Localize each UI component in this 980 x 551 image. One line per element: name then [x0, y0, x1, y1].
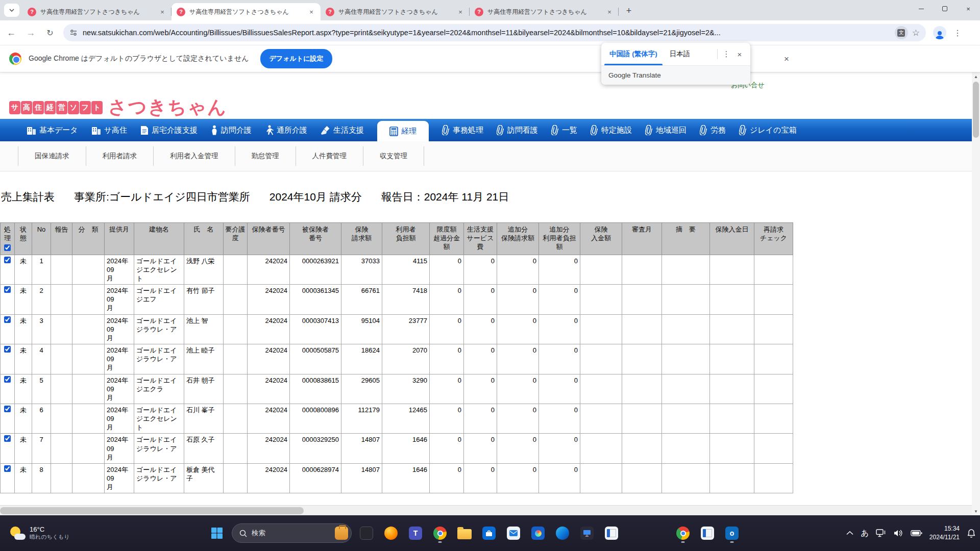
volume-icon[interactable]	[893, 529, 903, 537]
taskbar-app-dark-app-icon[interactable]	[356, 522, 377, 544]
translate-close-icon[interactable]: ×	[733, 47, 746, 61]
cell-add_claim: 0	[497, 255, 539, 284]
restore-icon	[942, 6, 947, 11]
set-default-button[interactable]: デフォルトに設定	[260, 49, 333, 68]
subnav-item-riyosha-seikyu[interactable]: 利用者請求	[86, 146, 154, 166]
row-checkbox[interactable]	[4, 316, 11, 323]
taskbar-search[interactable]: 検索	[232, 523, 352, 543]
nav-item-homon-kaigo[interactable]: 訪問介護	[211, 119, 252, 141]
nav-item-label: ジレイの宝箱	[750, 126, 796, 135]
select-all-checkbox[interactable]	[4, 244, 11, 251]
subnav-item-shushi-kanri[interactable]: 収支管理	[363, 146, 424, 166]
nav-item-keiri[interactable]: 経理	[377, 121, 429, 141]
paperclip-icon	[739, 125, 747, 135]
browser-tab[interactable]: ?サ高住専用経営ソフトさつきちゃん×	[22, 3, 172, 20]
taskbar-app-mail-icon[interactable]	[503, 522, 524, 544]
browser-tab[interactable]: ?サ高住専用経営ソフトさつきちゃん×	[321, 3, 470, 20]
weather-widget[interactable]: 16°C 晴れのちくもり	[4, 515, 75, 551]
notification-bell-icon[interactable]	[967, 529, 976, 538]
nav-item-chiiki-junkai[interactable]: 地域巡回	[645, 119, 687, 141]
row-checkbox[interactable]	[4, 257, 11, 263]
subnav-item-riyosha-nyukin-kanri[interactable]: 利用者入金管理	[153, 146, 235, 166]
back-button[interactable]: ←	[3, 24, 19, 41]
tray-chevron-up-icon[interactable]	[846, 531, 853, 535]
subnav-item-kokuhoren-seikyu[interactable]: 国保連請求	[18, 146, 86, 166]
taskbar-app-monitor-icon[interactable]	[576, 522, 598, 544]
subnav-item-kintai-kanri[interactable]: 勤怠管理	[235, 146, 296, 166]
battery-icon[interactable]	[911, 530, 922, 536]
translate-icon[interactable]: 文	[895, 26, 908, 39]
nav-item-basic-data[interactable]: 基本データ	[27, 119, 78, 141]
tab-search-button[interactable]	[4, 4, 19, 17]
row-checkbox[interactable]	[4, 465, 11, 472]
row-checkbox[interactable]	[4, 435, 11, 442]
translate-lang-japanese[interactable]: 日本語	[664, 43, 697, 65]
cell-pay	[580, 344, 622, 374]
taskbar-app-firefox-icon[interactable]	[380, 522, 402, 544]
subnav-item-jinkenhi-kanri[interactable]: 人件費管理	[296, 146, 363, 166]
nav-item-tokutei-shisetsu[interactable]: 特定施設	[591, 119, 632, 141]
nav-item-jimu-shori[interactable]: 事務処理	[442, 119, 483, 141]
nav-item-homon-kango[interactable]: 訪問看護	[497, 119, 538, 141]
cell-add_claim: 0	[497, 463, 539, 493]
cell-burden: 7418	[382, 285, 430, 314]
scroll-up-icon[interactable]: ▲	[972, 72, 980, 81]
taskbar-app-teams-icon[interactable]: T	[405, 522, 426, 544]
cell-no: 3	[32, 314, 51, 344]
row-checkbox[interactable]	[4, 406, 11, 412]
taskbar-app-store-icon[interactable]	[478, 522, 500, 544]
horizontal-scroll-thumb[interactable]	[0, 507, 304, 514]
taskbar-app-folder-icon[interactable]	[454, 522, 475, 544]
url-text[interactable]: new.satsukichan.com/web/Accounting/Billi…	[83, 29, 895, 37]
vertical-scroll-thumb[interactable]	[973, 82, 979, 138]
horizontal-scrollbar[interactable]	[0, 505, 972, 515]
profile-avatar[interactable]	[933, 26, 946, 39]
address-bar[interactable]: new.satsukichan.com/web/Accounting/Billi…	[63, 24, 926, 41]
nav-item-kyotaku-kaigo-shien[interactable]: 居宅介護支援	[140, 119, 198, 141]
start-button[interactable]	[206, 522, 228, 544]
taskbar-app-window-app-icon[interactable]	[601, 522, 622, 544]
tab-close-icon[interactable]: ×	[307, 8, 315, 16]
row-checkbox[interactable]	[4, 346, 11, 353]
taskbar-app-edge-icon[interactable]	[552, 522, 573, 544]
nav-item-tsusho-kaigo[interactable]: 通所介護	[265, 119, 307, 141]
browser-tab[interactable]: ?サ高住専用経営ソフトさつきちゃん×	[470, 3, 619, 20]
nav-item-ichiran[interactable]: 一覧	[551, 119, 577, 141]
row-checkbox[interactable]	[4, 286, 11, 293]
tab-close-icon[interactable]: ×	[605, 8, 614, 16]
forward-button[interactable]: →	[22, 24, 39, 41]
window-close-button[interactable]: ×	[957, 0, 980, 17]
row-checkbox[interactable]	[4, 376, 11, 383]
notification-close-icon[interactable]: ×	[780, 53, 793, 66]
nav-item-sakoju[interactable]: サ高住	[91, 119, 127, 141]
window-minimize-button[interactable]	[910, 0, 933, 17]
building-icon	[91, 126, 101, 135]
nav-item-romu[interactable]: 労務	[700, 119, 726, 141]
network-icon[interactable]	[876, 529, 886, 538]
new-tab-button[interactable]: +	[622, 4, 636, 18]
scroll-down-icon[interactable]: ▼	[972, 507, 980, 515]
taskbar-app-chrome-icon[interactable]	[429, 522, 451, 544]
nav-item-jirei-takarabako[interactable]: ジレイの宝箱	[739, 119, 796, 141]
nav-item-label: 訪問介護	[221, 126, 252, 135]
reload-button[interactable]: ↻	[42, 24, 58, 41]
ime-indicator[interactable]: あ	[861, 529, 868, 538]
tab-close-icon[interactable]: ×	[158, 8, 166, 16]
browser-tab[interactable]: ?サ高住専用経営ソフトさつきちゃん×	[172, 3, 321, 20]
taskbar-app-window-app-icon[interactable]	[697, 522, 718, 544]
nav-item-seikatsu-shien[interactable]: 生活支援	[321, 119, 364, 141]
taskbar-app-chrome-icon[interactable]	[672, 522, 694, 544]
window-restore-button[interactable]	[933, 0, 957, 17]
taskbar-clock[interactable]: 15:34 2024/11/21	[929, 524, 960, 542]
translate-lang-selected[interactable]: 中国語 (繁体字)	[603, 43, 664, 65]
vertical-scrollbar[interactable]: ▲ ▼	[972, 72, 980, 515]
tab-close-icon[interactable]: ×	[456, 8, 464, 16]
taskbar-app-photos-icon[interactable]	[527, 522, 549, 544]
bookmark-star-icon[interactable]: ☆	[912, 28, 920, 38]
taskbar-app-outlook-icon[interactable]: o	[721, 522, 743, 544]
column-header-check: 処 理	[1, 223, 15, 255]
translate-options-icon[interactable]: ⋮	[720, 47, 733, 61]
site-info-icon[interactable]	[69, 29, 78, 37]
browser-menu-button[interactable]: ⋮	[953, 28, 962, 38]
nav-item-label: 居宅介護支援	[152, 126, 198, 135]
